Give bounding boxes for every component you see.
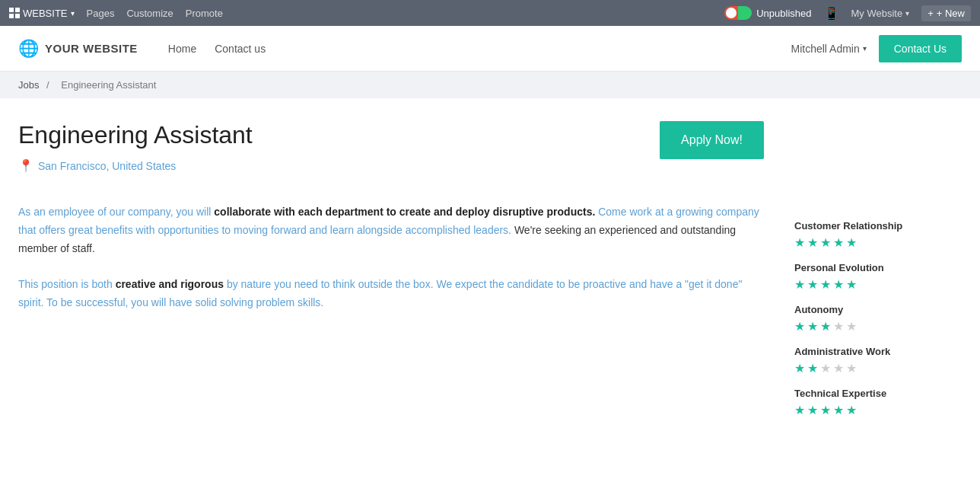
publish-toggle[interactable] — [724, 6, 752, 20]
breadcrumb-jobs[interactable]: Jobs — [18, 79, 39, 91]
filled-star: ★ — [833, 277, 844, 292]
empty-star: ★ — [846, 361, 857, 375]
logo-text: YOUR WEBSITE — [45, 42, 138, 55]
job-location: 📍 San Francisco, United States — [18, 158, 764, 173]
my-website-chevron: ▾ — [905, 9, 909, 18]
filled-star: ★ — [807, 403, 818, 417]
filled-star: ★ — [794, 361, 805, 375]
main-content: Engineering Assistant Apply Now! 📍 San F… — [0, 98, 980, 460]
skill-name: Autonomy — [794, 304, 962, 315]
skill-item: Customer Relationship★★★★★ — [794, 220, 962, 250]
description-para-2: This position is both creative and rigor… — [18, 276, 764, 312]
apply-now-button[interactable]: Apply Now! — [660, 121, 764, 159]
content-left: Engineering Assistant Apply Now! 📍 San F… — [18, 121, 764, 430]
job-description: As an employee of our company, you will … — [18, 203, 764, 312]
my-website-menu[interactable]: My Website ▾ — [851, 8, 910, 19]
filled-star: ★ — [833, 235, 844, 250]
skill-stars: ★★★★★ — [794, 277, 962, 292]
grid-icon — [9, 8, 20, 18]
website-chevron: ▾ — [71, 9, 75, 18]
filled-star: ★ — [794, 235, 805, 250]
pages-menu[interactable]: Pages — [87, 8, 115, 19]
promote-menu[interactable]: Promote — [186, 8, 223, 19]
breadcrumb-separator: / — [46, 79, 49, 91]
new-icon: + — [928, 8, 934, 19]
empty-star: ★ — [846, 319, 857, 334]
skill-name: Administrative Work — [794, 346, 962, 357]
breadcrumb: Jobs / Engineering Assistant — [0, 72, 980, 98]
filled-star: ★ — [820, 277, 831, 292]
filled-star: ★ — [833, 403, 844, 417]
globe-icon: 🌐 — [18, 39, 39, 59]
skill-item: Technical Expertise★★★★★ — [794, 388, 962, 417]
skill-stars: ★★★★★ — [794, 361, 962, 375]
user-name: Mitchell Admin — [791, 43, 859, 55]
navbar: 🌐 YOUR WEBSITE Home Contact us Mitchell … — [0, 26, 980, 72]
skill-stars: ★★★★★ — [794, 319, 962, 334]
skill-name: Personal Evolution — [794, 262, 962, 273]
user-menu[interactable]: Mitchell Admin ▾ — [791, 43, 866, 55]
skill-item: Personal Evolution★★★★★ — [794, 262, 962, 292]
desc1-start: As an employee of our company, you will — [18, 206, 214, 218]
new-label: + New — [937, 8, 965, 19]
location-pin-icon: 📍 — [18, 158, 33, 173]
skill-name: Customer Relationship — [794, 220, 962, 232]
admin-bar: WEBSITE ▾ Pages Customize Promote Unpubl… — [0, 0, 980, 26]
skill-stars: ★★★★★ — [794, 403, 962, 417]
user-chevron: ▾ — [863, 44, 867, 53]
filled-star: ★ — [794, 277, 805, 292]
website-label: WEBSITE — [23, 8, 68, 19]
filled-star: ★ — [846, 403, 857, 417]
filled-star: ★ — [807, 361, 818, 375]
site-logo[interactable]: 🌐 YOUR WEBSITE — [18, 39, 138, 59]
empty-star: ★ — [833, 319, 844, 334]
skill-item: Administrative Work★★★★★ — [794, 346, 962, 375]
customize-menu[interactable]: Customize — [126, 8, 173, 19]
filled-star: ★ — [846, 277, 857, 292]
empty-star: ★ — [833, 361, 844, 375]
desc1-bold: collaborate with each department to crea… — [214, 206, 595, 218]
filled-star: ★ — [794, 319, 805, 334]
desc2-bold: creative and rigorous — [116, 278, 224, 290]
nav-links: Home Contact us — [168, 43, 791, 55]
my-website-label: My Website — [851, 8, 903, 19]
description-para-1: As an employee of our company, you will … — [18, 203, 764, 257]
new-button[interactable]: + + New — [921, 5, 971, 21]
breadcrumb-current: Engineering Assistant — [61, 79, 156, 91]
skills-sidebar: Customer Relationship★★★★★Personal Evolu… — [794, 121, 962, 430]
website-menu[interactable]: WEBSITE ▾ — [9, 8, 75, 19]
mobile-icon[interactable]: 📱 — [824, 6, 839, 21]
nav-right: Mitchell Admin ▾ Contact Us — [791, 35, 962, 62]
nav-home[interactable]: Home — [168, 43, 196, 55]
publish-toggle-container: Unpublished — [724, 6, 811, 20]
filled-star: ★ — [807, 277, 818, 292]
desc2-start: This position is both — [18, 278, 116, 290]
filled-star: ★ — [807, 319, 818, 334]
job-header: Engineering Assistant Apply Now! 📍 San F… — [18, 121, 764, 173]
job-title: Engineering Assistant — [18, 121, 764, 149]
location-text: San Francisco, United States — [38, 160, 176, 172]
skill-item: Autonomy★★★★★ — [794, 304, 962, 334]
filled-star: ★ — [820, 403, 831, 417]
filled-star: ★ — [794, 403, 805, 417]
skill-stars: ★★★★★ — [794, 235, 962, 250]
nav-contact[interactable]: Contact us — [215, 43, 266, 55]
empty-star: ★ — [820, 361, 831, 375]
filled-star: ★ — [820, 235, 831, 250]
unpublished-status: Unpublished — [756, 8, 811, 19]
filled-star: ★ — [807, 235, 818, 250]
filled-star: ★ — [846, 235, 857, 250]
filled-star: ★ — [820, 319, 831, 334]
skill-name: Technical Expertise — [794, 388, 962, 399]
contact-us-button[interactable]: Contact Us — [879, 35, 962, 62]
